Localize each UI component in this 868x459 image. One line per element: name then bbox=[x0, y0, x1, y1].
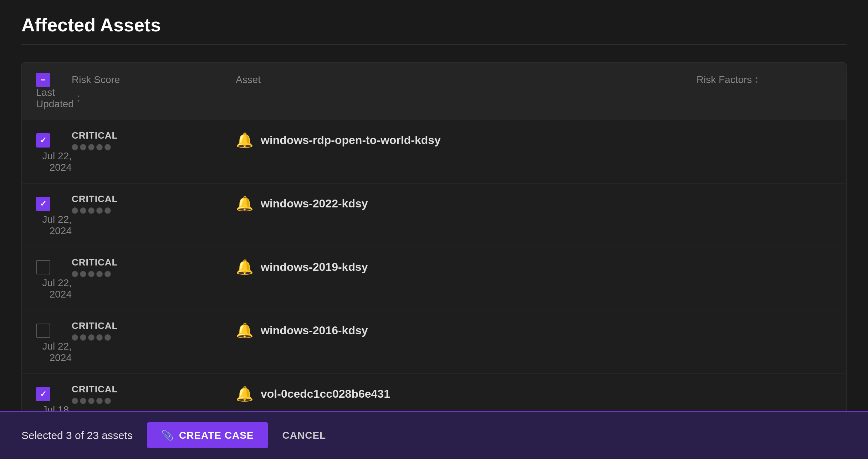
dot bbox=[72, 207, 78, 214]
header-risk-factors[interactable]: Risk Factors bbox=[696, 74, 832, 86]
row-4-last-updated: Jul 22, 2024 bbox=[36, 341, 72, 363]
dot bbox=[88, 334, 95, 341]
dot bbox=[80, 271, 86, 277]
bell-icon: 🔔 bbox=[236, 322, 254, 339]
dot bbox=[104, 144, 111, 150]
header-last-updated[interactable]: Last Updated bbox=[36, 87, 72, 110]
row-3-dots bbox=[72, 271, 236, 277]
row-1-risk-score: CRITICAL bbox=[72, 130, 236, 150]
row-2-last-updated: Jul 22, 2024 bbox=[36, 214, 72, 237]
dot bbox=[88, 398, 95, 404]
dot bbox=[104, 207, 111, 214]
row-5-checkbox[interactable] bbox=[36, 387, 50, 401]
dot bbox=[96, 207, 103, 214]
table-header-row: Risk Score Asset Risk Factors Last Updat… bbox=[22, 63, 846, 120]
row-2-risk-score: CRITICAL bbox=[72, 194, 236, 214]
row-3-last-updated: Jul 22, 2024 bbox=[36, 277, 72, 300]
bell-icon: 🔔 bbox=[236, 195, 254, 212]
table-row: CRITICAL 🔔 windows-2022-kdsy Jul 22, 202… bbox=[22, 184, 846, 247]
dot bbox=[88, 271, 95, 277]
row-2-asset[interactable]: 🔔 windows-2022-kdsy bbox=[236, 195, 696, 212]
row-4-checkbox[interactable] bbox=[36, 324, 50, 338]
header-asset: Asset bbox=[236, 74, 696, 86]
dot bbox=[72, 398, 78, 404]
header-checkbox-cell[interactable] bbox=[36, 73, 72, 87]
dot bbox=[80, 334, 86, 341]
page-title: Affected Assets bbox=[21, 14, 847, 45]
dot bbox=[72, 334, 78, 341]
last-updated-sort-icon[interactable] bbox=[77, 94, 80, 103]
paperclip-icon: 📎 bbox=[161, 429, 174, 441]
row-3-risk-score: CRITICAL bbox=[72, 257, 236, 277]
bell-icon: 🔔 bbox=[236, 259, 254, 275]
dot bbox=[96, 334, 103, 341]
dot bbox=[80, 207, 86, 214]
dot bbox=[88, 144, 95, 150]
cancel-button[interactable]: CANCEL bbox=[282, 430, 326, 441]
dot bbox=[104, 398, 111, 404]
row-5-asset[interactable]: 🔔 vol-0cedc1cc028b6e431 bbox=[236, 386, 696, 402]
dot bbox=[96, 144, 103, 150]
selected-count-label: Selected 3 of 23 assets bbox=[21, 429, 133, 442]
row-2-checkbox-cell[interactable] bbox=[36, 197, 72, 211]
dot bbox=[72, 144, 78, 150]
dot bbox=[96, 398, 103, 404]
dot bbox=[80, 144, 86, 150]
create-case-button[interactable]: 📎 CREATE CASE bbox=[147, 422, 268, 448]
row-1-checkbox-cell[interactable] bbox=[36, 133, 72, 148]
row-5-risk-score: CRITICAL bbox=[72, 384, 236, 404]
row-3-checkbox[interactable] bbox=[36, 260, 50, 274]
row-3-asset[interactable]: 🔔 windows-2019-kdsy bbox=[236, 259, 696, 275]
select-all-checkbox[interactable] bbox=[36, 73, 50, 87]
row-3-checkbox-cell[interactable] bbox=[36, 260, 72, 274]
bell-icon: 🔔 bbox=[236, 386, 254, 402]
row-1-dots bbox=[72, 144, 236, 150]
dot bbox=[96, 271, 103, 277]
header-risk-score: Risk Score bbox=[72, 74, 236, 86]
row-2-dots bbox=[72, 207, 236, 214]
row-1-last-updated: Jul 22, 2024 bbox=[36, 150, 72, 173]
row-2-checkbox[interactable] bbox=[36, 197, 50, 211]
dot bbox=[72, 271, 78, 277]
row-1-asset[interactable]: 🔔 windows-rdp-open-to-world-kdsy bbox=[236, 132, 696, 149]
row-4-checkbox-cell[interactable] bbox=[36, 324, 72, 338]
table-row: CRITICAL 🔔 windows-rdp-open-to-world-kds… bbox=[22, 120, 846, 184]
row-4-dots bbox=[72, 334, 236, 341]
row-4-asset[interactable]: 🔔 windows-2016-kdsy bbox=[236, 322, 696, 339]
dot bbox=[88, 207, 95, 214]
bottom-action-bar: Selected 3 of 23 assets 📎 CREATE CASE CA… bbox=[0, 411, 868, 459]
bell-icon: 🔔 bbox=[236, 132, 254, 149]
row-1-checkbox[interactable] bbox=[36, 133, 50, 148]
dot bbox=[104, 334, 111, 341]
row-5-dots bbox=[72, 398, 236, 404]
table-body: CRITICAL 🔔 windows-rdp-open-to-world-kds… bbox=[22, 120, 846, 421]
row-4-risk-score: CRITICAL bbox=[72, 320, 236, 341]
table-row: CRITICAL 🔔 windows-2016-kdsy Jul 22, 202… bbox=[22, 310, 846, 374]
dot bbox=[104, 271, 111, 277]
row-5-checkbox-cell[interactable] bbox=[36, 387, 72, 401]
assets-table: Risk Score Asset Risk Factors Last Updat… bbox=[21, 62, 847, 459]
table-row: CRITICAL 🔔 windows-2019-kdsy Jul 22, 202… bbox=[22, 247, 846, 310]
risk-factors-sort-icon[interactable] bbox=[755, 76, 759, 84]
dot bbox=[80, 398, 86, 404]
